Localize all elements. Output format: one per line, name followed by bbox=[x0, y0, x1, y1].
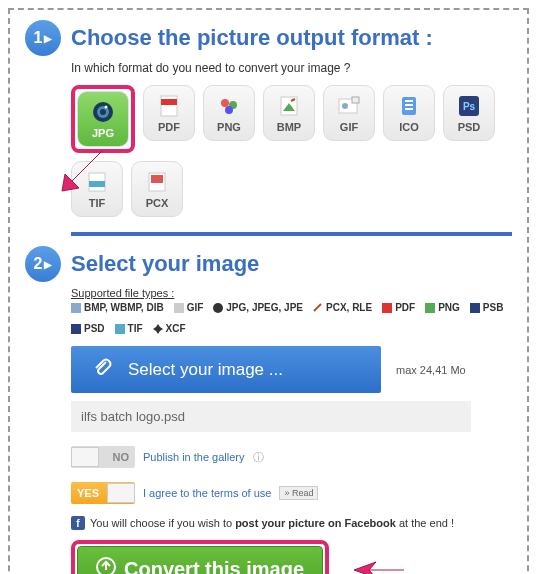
highlight-selected: JPG bbox=[71, 85, 135, 153]
format-label: GIF bbox=[340, 121, 358, 133]
format-gif-button[interactable]: GIF bbox=[323, 85, 375, 141]
svg-rect-14 bbox=[405, 100, 413, 102]
play-icon: ▶ bbox=[44, 33, 52, 44]
step-2-badge: 2 ▶ bbox=[25, 246, 61, 282]
svg-point-6 bbox=[221, 99, 229, 107]
convert-button-label: Convert this image bbox=[124, 558, 304, 574]
supported-item: PDF bbox=[395, 302, 415, 313]
facebook-notice: f You will choose if you wish to post yo… bbox=[71, 516, 512, 530]
step-1-badge: 1 ▶ bbox=[25, 20, 61, 56]
select-image-button[interactable]: Select your image ... bbox=[71, 346, 381, 393]
toggle-no-label: NO bbox=[113, 451, 130, 463]
format-label: ICO bbox=[399, 121, 419, 133]
format-grid: JPG PDF PNG BMP GIF ICO Ps PSD bbox=[71, 85, 512, 217]
fb-text-bold: post your picture on Facebook bbox=[235, 517, 396, 529]
supported-item: JPG, JPEG, JPE bbox=[226, 302, 303, 313]
svg-rect-15 bbox=[405, 104, 413, 106]
supported-item: PCX, RLE bbox=[326, 302, 372, 313]
pink-arrow-icon bbox=[349, 550, 409, 575]
supported-file-types-list: BMP, WBMP, DIB GIF JPG, JPEG, JPE PCX, R… bbox=[71, 302, 512, 334]
format-psd-button[interactable]: Ps PSD bbox=[443, 85, 495, 141]
format-label: JPG bbox=[92, 127, 114, 139]
svg-rect-22 bbox=[151, 175, 163, 183]
svg-rect-5 bbox=[161, 99, 177, 105]
format-label: BMP bbox=[277, 121, 301, 133]
svg-rect-30 bbox=[115, 324, 125, 334]
svg-rect-24 bbox=[174, 303, 184, 313]
svg-point-8 bbox=[225, 106, 233, 114]
format-pcx-button[interactable]: PCX bbox=[131, 161, 183, 217]
svg-rect-12 bbox=[352, 97, 359, 103]
step-number: 1 bbox=[34, 29, 43, 47]
supported-item: PNG bbox=[438, 302, 460, 313]
gif-icon bbox=[337, 94, 361, 118]
supported-item: PSD bbox=[84, 323, 105, 334]
format-label: PCX bbox=[146, 197, 169, 209]
svg-rect-23 bbox=[71, 303, 81, 313]
step-number: 2 bbox=[34, 255, 43, 273]
psd-icon: Ps bbox=[457, 94, 481, 118]
divider bbox=[71, 232, 512, 236]
supported-item: GIF bbox=[187, 302, 204, 313]
fb-text: at the end ! bbox=[396, 517, 454, 529]
format-png-button[interactable]: PNG bbox=[203, 85, 255, 141]
format-jpg-button[interactable]: JPG bbox=[77, 91, 129, 147]
format-label: PNG bbox=[217, 121, 241, 133]
format-label: PSD bbox=[458, 121, 481, 133]
pdf-icon bbox=[157, 94, 181, 118]
highlight-convert: Convert this image bbox=[71, 540, 329, 574]
png-icon bbox=[217, 94, 241, 118]
step-1-title: Choose the picture output format : bbox=[71, 25, 433, 51]
svg-point-2 bbox=[100, 109, 106, 115]
terms-label: I agree to the terms of use bbox=[143, 487, 271, 499]
circled-arrow-icon bbox=[96, 557, 116, 574]
camera-icon bbox=[91, 100, 115, 124]
supported-item: PSB bbox=[483, 302, 504, 313]
svg-point-11 bbox=[342, 103, 348, 109]
format-bmp-button[interactable]: BMP bbox=[263, 85, 315, 141]
publish-gallery-label: Publish in the gallery bbox=[143, 451, 245, 463]
svg-point-3 bbox=[105, 105, 108, 108]
svg-rect-26 bbox=[382, 303, 392, 313]
toggle-yes-label: YES bbox=[77, 487, 99, 499]
convert-button[interactable]: Convert this image bbox=[77, 546, 323, 574]
format-label: TIF bbox=[89, 197, 106, 209]
max-size-label: max 24,41 Mo bbox=[396, 364, 466, 376]
svg-rect-29 bbox=[71, 324, 81, 334]
terms-toggle[interactable]: YES bbox=[71, 482, 135, 504]
paperclip-icon bbox=[91, 356, 113, 383]
format-label: PDF bbox=[158, 121, 180, 133]
format-pdf-button[interactable]: PDF bbox=[143, 85, 195, 141]
supported-item: XCF bbox=[166, 323, 186, 334]
fb-text: You will choose if you wish to bbox=[90, 517, 235, 529]
supported-item: BMP, WBMP, DIB bbox=[84, 302, 164, 313]
read-terms-button[interactable]: » Read bbox=[279, 486, 318, 500]
publish-gallery-toggle[interactable]: NO bbox=[71, 446, 135, 468]
facebook-icon: f bbox=[71, 516, 85, 530]
step-2-title: Select your image bbox=[71, 251, 259, 277]
supported-item: TIF bbox=[128, 323, 143, 334]
supported-file-types-label: Supported file types : bbox=[71, 287, 512, 299]
pink-arrow-icon bbox=[57, 141, 112, 196]
ico-icon bbox=[397, 94, 421, 118]
play-icon: ▶ bbox=[44, 259, 52, 270]
format-ico-button[interactable]: ICO bbox=[383, 85, 435, 141]
svg-rect-28 bbox=[470, 303, 480, 313]
step-1-subtitle: In which format do you need to convert y… bbox=[71, 61, 512, 75]
select-button-label: Select your image ... bbox=[128, 360, 283, 380]
pcx-icon bbox=[145, 170, 169, 194]
svg-rect-16 bbox=[405, 108, 413, 110]
svg-text:Ps: Ps bbox=[463, 101, 476, 112]
help-icon[interactable]: ⓘ bbox=[253, 450, 264, 465]
svg-rect-27 bbox=[425, 303, 435, 313]
svg-point-25 bbox=[213, 303, 223, 313]
filename-field[interactable]: ilfs batch logo.psd bbox=[71, 401, 471, 432]
bmp-icon bbox=[277, 94, 301, 118]
